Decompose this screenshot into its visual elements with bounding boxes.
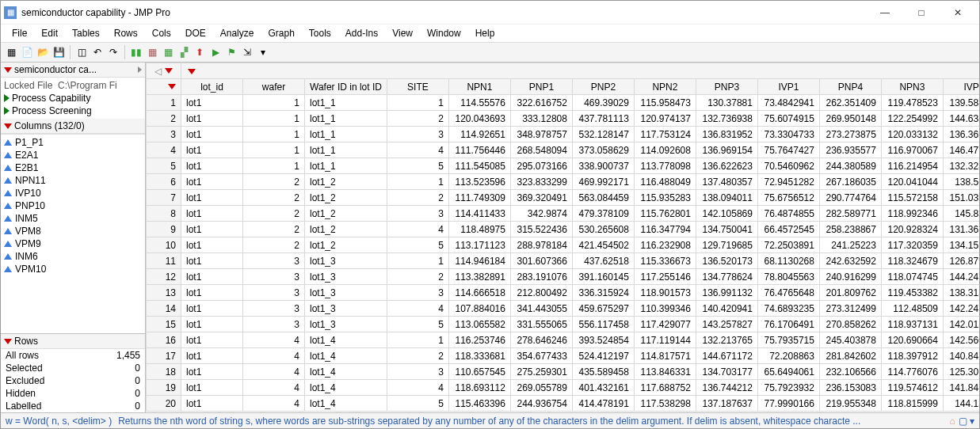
- cell[interactable]: 136.520173: [696, 253, 757, 269]
- row-number[interactable]: 8: [147, 206, 181, 222]
- cell[interactable]: lot1: [181, 253, 243, 269]
- menu-rows[interactable]: Rows: [108, 26, 144, 40]
- cell[interactable]: 118.324679: [881, 253, 943, 269]
- cell[interactable]: 4: [387, 380, 448, 396]
- row-number[interactable]: 14: [147, 301, 181, 317]
- cell[interactable]: 3: [387, 285, 448, 301]
- cell[interactable]: 267.186035: [819, 174, 881, 190]
- menu-doe[interactable]: DOE: [179, 26, 212, 40]
- cell[interactable]: 1: [387, 95, 448, 111]
- cell[interactable]: 117.320359: [881, 237, 943, 253]
- cell[interactable]: 113.778098: [634, 158, 696, 174]
- table-row[interactable]: 14lot13lot1_34107.884016341.443055459.67…: [147, 301, 980, 317]
- table-script[interactable]: Process Screening: [4, 104, 142, 117]
- cell[interactable]: 142.560595: [943, 332, 979, 348]
- column-header[interactable]: NPN1: [448, 79, 510, 95]
- cell[interactable]: 75.6756512: [757, 190, 819, 206]
- table-row[interactable]: 17lot14lot1_42118.333681354.677433524.41…: [147, 348, 980, 364]
- cell[interactable]: 269.950148: [819, 111, 881, 127]
- cell[interactable]: 77.9990166: [757, 396, 819, 412]
- row-number[interactable]: 18: [147, 364, 181, 380]
- checkbox-icon[interactable]: ▢ ▾: [959, 416, 974, 427]
- cell[interactable]: 120.043693: [448, 111, 510, 127]
- column-header[interactable]: NPN2: [634, 79, 696, 95]
- cell[interactable]: 118.901573: [634, 285, 696, 301]
- row-number[interactable]: 13: [147, 285, 181, 301]
- cell[interactable]: 144.671172: [696, 348, 757, 364]
- cell[interactable]: lot1: [181, 127, 243, 142]
- cell[interactable]: 2: [243, 190, 305, 206]
- cell[interactable]: 435.589458: [572, 364, 634, 380]
- cell[interactable]: lot1: [181, 380, 243, 396]
- cell[interactable]: 113.382891: [448, 269, 510, 285]
- grid-corner[interactable]: ◁: [147, 63, 181, 79]
- table-row[interactable]: 13lot13lot1_33114.666518212.800492336.31…: [147, 285, 980, 301]
- cell[interactable]: 3: [387, 127, 448, 142]
- columns-list[interactable]: P1_P1E2A1E2B1NPN11IVP10PNP10INM5VPM8VPM9…: [1, 134, 145, 333]
- cell[interactable]: 3: [243, 301, 305, 317]
- cell[interactable]: 5: [387, 396, 448, 412]
- row-header-corner[interactable]: [147, 79, 181, 95]
- row-number[interactable]: 10: [147, 237, 181, 253]
- table-row[interactable]: 9lot12lot1_24118.48975315.522436530.2656…: [147, 222, 980, 237]
- column-header[interactable]: NPN3: [881, 79, 943, 95]
- table-panel-header[interactable]: semiconductor ca...: [1, 63, 145, 78]
- cell[interactable]: 114.55576: [448, 95, 510, 111]
- cell[interactable]: 117.255146: [634, 269, 696, 285]
- cell[interactable]: lot1_3: [305, 301, 387, 317]
- cell[interactable]: lot1: [181, 95, 243, 111]
- cell[interactable]: lot1_3: [305, 317, 387, 332]
- cell[interactable]: 117.753124: [634, 127, 696, 142]
- cell[interactable]: 144.633488: [943, 111, 979, 127]
- cell[interactable]: 151.039993: [943, 190, 979, 206]
- cell[interactable]: 369.320491: [510, 190, 572, 206]
- cell[interactable]: 72.208863: [757, 348, 819, 364]
- cell[interactable]: lot1: [181, 142, 243, 158]
- cell[interactable]: 110.399346: [634, 301, 696, 317]
- cell[interactable]: 146.477383: [943, 142, 979, 158]
- cell[interactable]: 144.13078: [943, 396, 979, 412]
- cell[interactable]: lot1: [181, 396, 243, 412]
- cell[interactable]: 4: [387, 142, 448, 158]
- cell[interactable]: 117.538298: [634, 396, 696, 412]
- distribution-icon[interactable]: ▮▮: [129, 45, 143, 59]
- menu-edit[interactable]: Edit: [35, 26, 64, 40]
- table-row[interactable]: 1lot11lot1_11114.55576322.616752469.3902…: [147, 95, 980, 111]
- cell[interactable]: lot1_2: [305, 190, 387, 206]
- cell[interactable]: 301.607366: [510, 253, 572, 269]
- cell[interactable]: 68.1130268: [757, 253, 819, 269]
- cell[interactable]: 532.128147: [572, 127, 634, 142]
- cell[interactable]: 469.39029: [572, 95, 634, 111]
- cell[interactable]: 414.478191: [572, 396, 634, 412]
- cell[interactable]: 3: [387, 206, 448, 222]
- chevron-right-icon[interactable]: [138, 66, 142, 73]
- cell[interactable]: lot1_4: [305, 364, 387, 380]
- cell[interactable]: 336.315924: [572, 285, 634, 301]
- table-row[interactable]: 18lot14lot1_43110.657545275.259301435.58…: [147, 364, 980, 380]
- cell[interactable]: 4: [243, 380, 305, 396]
- cell[interactable]: 4: [243, 364, 305, 380]
- cell[interactable]: 75.6074915: [757, 111, 819, 127]
- cell[interactable]: 342.9874: [510, 206, 572, 222]
- cell[interactable]: 201.809762: [819, 285, 881, 301]
- row-number[interactable]: 2: [147, 111, 181, 127]
- cell[interactable]: lot1_2: [305, 237, 387, 253]
- cell[interactable]: 138.313551: [943, 285, 979, 301]
- table-script[interactable]: Process Capability: [4, 92, 142, 104]
- cell[interactable]: lot1_1: [305, 95, 387, 111]
- menu-tools[interactable]: Tools: [303, 26, 337, 40]
- cell[interactable]: 120.041044: [881, 174, 943, 190]
- cell[interactable]: 118.693112: [448, 380, 510, 396]
- column-header[interactable]: PNP2: [572, 79, 634, 95]
- cell[interactable]: lot1: [181, 111, 243, 127]
- cubes-icon[interactable]: ◫: [74, 45, 89, 59]
- cell[interactable]: 341.443055: [510, 301, 572, 317]
- cell[interactable]: 142.012636: [943, 317, 979, 332]
- cell[interactable]: 125.301921: [943, 364, 979, 380]
- cell[interactable]: 120.974137: [634, 111, 696, 127]
- cell[interactable]: 241.25223: [819, 237, 881, 253]
- cell[interactable]: 391.160145: [572, 269, 634, 285]
- grid4-icon[interactable]: ▦: [161, 45, 175, 59]
- cell[interactable]: 524.412197: [572, 348, 634, 364]
- row-number[interactable]: 4: [147, 142, 181, 158]
